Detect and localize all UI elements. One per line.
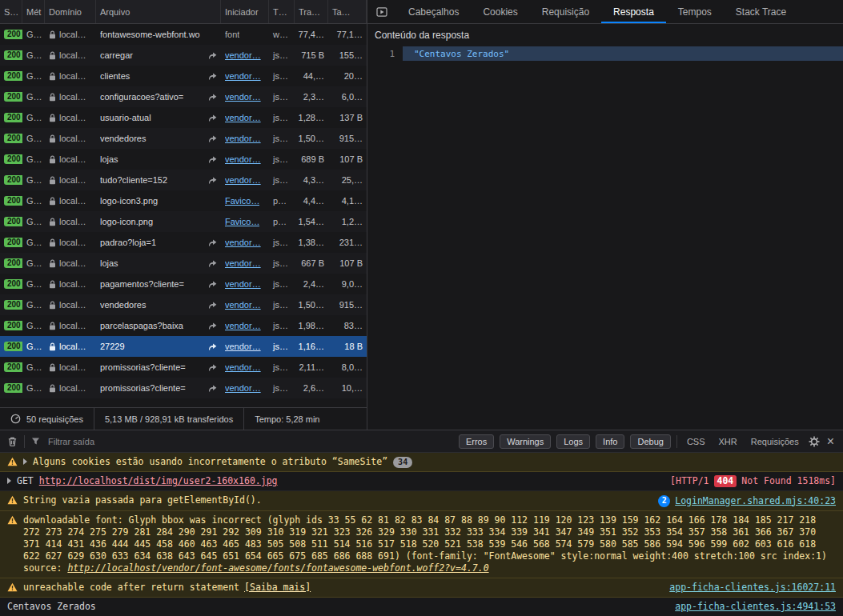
- console-filter-input[interactable]: [46, 436, 186, 447]
- column-header-transferred[interactable]: Tra…: [295, 0, 328, 23]
- network-request-row[interactable]: 200 G… local… tudo?cliente=152 vendor… j…: [0, 170, 367, 190]
- initiator-cell[interactable]: vendor…: [221, 45, 269, 66]
- console-warning-font[interactable]: downloadable font: Glyph bbox was incorr…: [0, 511, 843, 578]
- transferred-cell: 667 B: [295, 253, 328, 274]
- network-request-list[interactable]: 200 G… local… fontawesome-webfont.wo fon…: [0, 24, 367, 407]
- console-network-404[interactable]: GET http://localhost/dist/img/user2-160x…: [0, 472, 843, 491]
- tab-resposta[interactable]: Resposta: [601, 0, 666, 23]
- network-request-row[interactable]: 200 G… local… parcelaspagas?baixa vendor…: [0, 315, 367, 336]
- initiator-cell[interactable]: vendor…: [221, 378, 269, 398]
- initiator-cell[interactable]: Favico…: [221, 211, 269, 232]
- initiator-cell[interactable]: vendor…: [221, 357, 269, 378]
- filter-css-button[interactable]: CSS: [683, 435, 709, 448]
- tab-stack-trace[interactable]: Stack Trace: [724, 0, 798, 23]
- status-cell: 200: [0, 66, 22, 86]
- network-request-row[interactable]: 200 G… local… vendedores vendor… js… 1,5…: [0, 128, 367, 149]
- method-cell: G…: [22, 274, 45, 294]
- source-link[interactable]: app-ficha-clientes.js:16027:11: [669, 582, 836, 594]
- redirect-arrow-icon: [206, 302, 217, 309]
- initiator-cell[interactable]: vendor…: [221, 149, 269, 170]
- trash-icon[interactable]: [7, 436, 18, 447]
- console-warning-getelementbyid[interactable]: String vazia passada para getElementById…: [0, 491, 843, 511]
- network-request-row[interactable]: 200 G… local… fontawesome-webfont.wo fon…: [0, 24, 367, 45]
- filter-info-button[interactable]: Info: [596, 434, 624, 449]
- domain-cell: local…: [45, 128, 96, 149]
- tab-cookies[interactable]: Cookies: [471, 0, 529, 23]
- initiator-cell[interactable]: vendor…: [221, 170, 269, 190]
- network-request-row[interactable]: 200 G… local… lojas vendor… js… 689 B 10…: [0, 149, 367, 170]
- request-details-pane: Cabeçalhos Cookies Requisição Resposta T…: [367, 0, 843, 430]
- learn-more-link[interactable]: [Saiba mais]: [244, 582, 311, 593]
- console-warning-cookies[interactable]: Alguns cookies estão usando incorretamen…: [0, 453, 843, 472]
- network-request-row[interactable]: 200 G… local… vendedores vendor… js… 1,5…: [0, 294, 367, 315]
- initiator-cell[interactable]: vendor…: [221, 232, 269, 253]
- file-cell: vendedores: [96, 294, 221, 315]
- gear-icon[interactable]: [809, 436, 820, 447]
- expand-caret-icon[interactable]: [23, 458, 27, 465]
- initiator-cell[interactable]: vendor…: [221, 128, 269, 149]
- network-monitor: S… Mét Domínio Arquivo Iniciador T… Tra……: [0, 0, 843, 430]
- type-cell: js…: [269, 253, 295, 274]
- network-request-row[interactable]: 200 G… local… carregar vendor… js… 715 B…: [0, 45, 367, 66]
- initiator-cell[interactable]: vendor…: [221, 66, 269, 86]
- network-request-row[interactable]: 200 G… local… logo-icon.png Favico… p… 1…: [0, 211, 367, 232]
- source-link[interactable]: app-ficha-clientes.js:4941:53: [675, 601, 836, 613]
- network-request-row[interactable]: 200 G… local… padrao?loja=1 vendor… js… …: [0, 232, 367, 253]
- font-source-link[interactable]: http://localhost/vendor/font-awesome/fon…: [67, 562, 488, 574]
- lock-icon: [49, 363, 56, 372]
- status-404-badge: 404: [714, 475, 737, 487]
- column-header-size[interactable]: Ta…: [328, 0, 367, 23]
- initiator-cell[interactable]: Favico…: [221, 190, 269, 211]
- console-warning-unreachable[interactable]: unreachable code after return statement[…: [0, 578, 843, 598]
- network-request-row[interactable]: 200 G… local… clientes vendor… js… 44,… …: [0, 66, 367, 86]
- initiator-cell[interactable]: vendor…: [221, 107, 269, 128]
- method-cell: G…: [22, 253, 45, 274]
- column-header-status[interactable]: S…: [0, 0, 22, 23]
- initiator-cell[interactable]: vendor…: [221, 315, 269, 336]
- transferred-cell: 1,98…: [295, 315, 328, 336]
- warning-icon: [7, 495, 18, 505]
- network-request-row[interactable]: 200 G… local… logo-icon3.png Favico… p… …: [0, 190, 367, 211]
- console-log-row[interactable]: Centavos Zerados app-ficha-clientes.js:4…: [0, 598, 843, 616]
- filter-warnings-button[interactable]: Warnings: [500, 434, 551, 449]
- network-request-row[interactable]: 200 G… local… pagamentos?cliente= vendor…: [0, 274, 367, 294]
- response-line[interactable]: 1 "Centavos Zerados": [367, 46, 843, 61]
- redirect-arrow-icon: [206, 364, 217, 371]
- network-request-row[interactable]: 200 G… local… lojas vendor… js… 667 B 10…: [0, 253, 367, 274]
- column-header-domain[interactable]: Domínio: [45, 0, 96, 23]
- status-cell: 200: [0, 190, 22, 211]
- network-request-row[interactable]: 200 G… local… configuracoes?ativo= vendo…: [0, 86, 367, 107]
- filter-debug-button[interactable]: Debug: [630, 434, 670, 449]
- tab-requisicao[interactable]: Requisição: [530, 0, 601, 23]
- column-header-method[interactable]: Mét: [22, 0, 45, 23]
- initiator-cell[interactable]: vendor…: [221, 336, 269, 357]
- initiator-cell[interactable]: vendor…: [221, 86, 269, 107]
- initiator-cell[interactable]: vendor…: [221, 274, 269, 294]
- play-square-icon[interactable]: [367, 0, 396, 23]
- expand-caret-icon[interactable]: [7, 478, 11, 484]
- request-url-link[interactable]: http://localhost/dist/img/user2-160x160.…: [39, 475, 278, 487]
- column-header-type[interactable]: T…: [269, 0, 295, 23]
- domain-cell: local…: [45, 45, 96, 66]
- size-cell: 107 B: [328, 149, 367, 170]
- performance-gauge-icon[interactable]: [10, 414, 21, 424]
- filter-xhr-button[interactable]: XHR: [715, 435, 741, 448]
- initiator-cell[interactable]: font: [221, 24, 269, 45]
- column-header-initiator[interactable]: Iniciador: [221, 0, 269, 23]
- network-request-row[interactable]: 200 G… local… promissorias?cliente= vend…: [0, 378, 367, 398]
- transferred-cell: 1,16…: [295, 336, 328, 357]
- initiator-cell[interactable]: vendor…: [221, 253, 269, 274]
- source-link[interactable]: LoginManager.shared.mjs:40:23: [675, 495, 836, 507]
- tab-tempos[interactable]: Tempos: [666, 0, 724, 23]
- close-icon[interactable]: ×: [825, 435, 836, 448]
- tab-cabecalhos[interactable]: Cabeçalhos: [396, 0, 471, 23]
- initiator-cell[interactable]: vendor…: [221, 294, 269, 315]
- filter-erros-button[interactable]: Erros: [459, 434, 494, 449]
- network-request-row[interactable]: 200 G… local… promissorias?cliente= vend…: [0, 357, 367, 378]
- network-request-row[interactable]: 200 G… local… usuario-atual vendor… js… …: [0, 107, 367, 128]
- requests-count[interactable]: 50 requisições: [0, 408, 94, 430]
- filter-requisicoes-button[interactable]: Requisições: [747, 435, 803, 448]
- column-header-file[interactable]: Arquivo: [96, 0, 221, 23]
- network-request-row[interactable]: 200 G… local… 27229 vendor… js… 1,16… 18…: [0, 336, 367, 357]
- filter-logs-button[interactable]: Logs: [556, 434, 590, 449]
